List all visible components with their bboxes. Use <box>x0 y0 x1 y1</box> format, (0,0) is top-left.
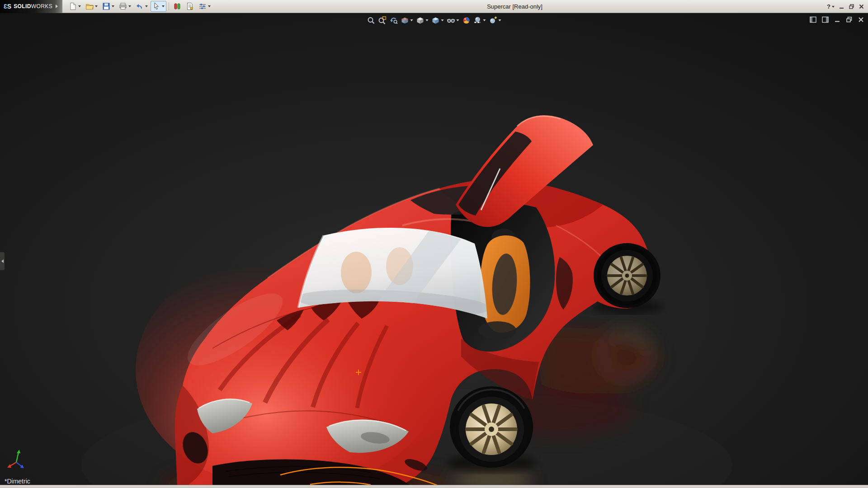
chevron-left-icon <box>1 259 4 263</box>
dropdown-caret-icon[interactable] <box>162 5 165 7</box>
view-orientation-label: *Dimetric <box>5 478 30 485</box>
close-document-icon[interactable] <box>858 16 864 23</box>
new-document-button[interactable] <box>67 1 83 12</box>
apply-scene-button[interactable] <box>473 16 486 25</box>
zoom-to-area-button[interactable] <box>378 16 387 25</box>
dropdown-caret-icon[interactable] <box>457 19 459 21</box>
toolbar-separator <box>169 2 169 10</box>
display-style-cube-icon <box>416 16 425 24</box>
rebuild-button[interactable] <box>171 1 183 12</box>
dropdown-caret-icon[interactable] <box>441 19 444 21</box>
print-icon <box>119 2 127 10</box>
dropdown-caret-icon[interactable] <box>208 5 211 7</box>
restore-document-icon[interactable] <box>846 16 853 23</box>
eyeglasses-icon <box>447 16 455 24</box>
heads-up-view-toolbar <box>367 16 502 25</box>
rear-wheel[interactable] <box>597 246 657 305</box>
appearance-sphere-icon <box>462 16 471 24</box>
window-title: Supercar [Read-only] <box>487 3 542 10</box>
view-settings-button[interactable] <box>489 16 502 25</box>
dropdown-caret-icon[interactable] <box>128 5 131 7</box>
print-button[interactable] <box>117 1 133 12</box>
select-button[interactable] <box>151 1 166 12</box>
file-properties-button[interactable] <box>184 1 196 12</box>
expand-feature-pane-icon[interactable] <box>810 16 817 23</box>
section-view-icon <box>401 16 409 24</box>
undo-arrow-icon <box>136 2 144 10</box>
close-window-icon[interactable] <box>859 4 864 9</box>
menu-expand-arrow-icon[interactable] <box>56 5 58 8</box>
section-view-button[interactable] <box>401 16 414 25</box>
magnifier-area-icon <box>378 16 387 24</box>
options-button[interactable] <box>197 1 212 12</box>
open-folder-icon <box>85 2 94 10</box>
minimize-window-icon[interactable] <box>839 4 844 9</box>
dropdown-caret-icon[interactable] <box>483 19 486 21</box>
titlebar: 3S SOLIDWORKS <box>0 0 868 13</box>
hide-show-items-button[interactable] <box>447 16 460 25</box>
dropdown-caret-icon[interactable] <box>426 19 429 21</box>
open-button[interactable] <box>84 1 99 12</box>
dropdown-caret-icon[interactable] <box>112 5 114 7</box>
y-axis-green <box>16 452 19 462</box>
dropdown-caret-icon[interactable] <box>832 6 835 8</box>
minimize-document-icon[interactable] <box>834 16 841 23</box>
view-orientation-button[interactable] <box>431 16 444 25</box>
scene-sphere-icon <box>474 16 482 24</box>
ds-logo-mark: 3S <box>4 3 11 10</box>
magnifier-icon <box>367 16 375 24</box>
save-floppy-icon <box>102 2 110 10</box>
view-settings-sphere-icon <box>489 16 497 24</box>
model-scene[interactable] <box>0 13 868 485</box>
solidworks-logo: 3S SOLIDWORKS <box>0 0 62 13</box>
brand-text: SOLIDWORKS <box>14 3 52 9</box>
options-icon <box>198 2 207 10</box>
dropdown-caret-icon[interactable] <box>410 19 413 21</box>
y-arrowhead <box>17 450 20 453</box>
dropdown-caret-icon[interactable] <box>145 5 148 7</box>
new-file-icon <box>69 2 77 10</box>
display-style-button[interactable] <box>416 16 429 25</box>
undo-button[interactable] <box>134 1 150 12</box>
dropdown-caret-icon[interactable] <box>78 5 81 7</box>
previous-view-button[interactable] <box>389 16 398 25</box>
solidworks-window: 3S SOLIDWORKS <box>0 0 868 488</box>
zoom-to-fit-button[interactable] <box>367 16 376 25</box>
seat-cushion <box>478 321 516 339</box>
rebuild-icon <box>173 2 181 10</box>
front-wheel[interactable] <box>454 389 529 467</box>
featuremanager-expand-tab[interactable] <box>0 252 5 270</box>
help-button[interactable]: ? <box>827 3 835 10</box>
document-window-controls <box>810 16 864 23</box>
reference-triad[interactable] <box>7 449 36 474</box>
dropdown-caret-icon[interactable] <box>95 5 98 7</box>
dropdown-caret-icon[interactable] <box>499 19 501 21</box>
file-properties-icon <box>186 2 194 10</box>
view-cube-icon <box>432 16 440 24</box>
graphics-area[interactable]: *Dimetric <box>0 13 868 485</box>
save-button[interactable] <box>100 1 116 12</box>
restore-window-icon[interactable] <box>849 4 854 9</box>
status-bar <box>0 485 868 488</box>
standard-toolbar <box>67 1 212 12</box>
expand-task-pane-icon[interactable] <box>822 16 829 23</box>
previous-view-icon <box>390 16 398 24</box>
select-cursor-icon <box>152 2 160 10</box>
window-controls: ? <box>827 0 864 13</box>
edit-appearance-button[interactable] <box>462 16 471 25</box>
